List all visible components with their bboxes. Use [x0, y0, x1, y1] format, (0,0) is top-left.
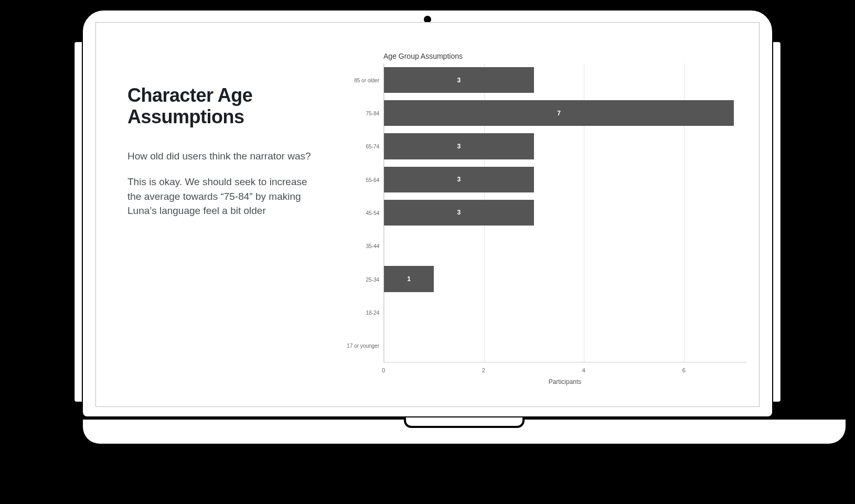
chart-y-tick: 35-44 — [366, 243, 379, 249]
stage: Character Age Assumptions How old did us… — [0, 0, 855, 504]
chart-plot: 373331 — [383, 63, 746, 362]
chart-bar-value: 7 — [557, 110, 561, 117]
chart-x-tick: 4 — [582, 367, 585, 373]
chart-x-tick: 6 — [682, 367, 686, 373]
chart-bar: 3 — [384, 133, 534, 159]
slide-paragraph: How old did users think the narrator was… — [127, 149, 322, 164]
page-edge-left — [74, 42, 82, 402]
chart-x-tick: 2 — [482, 367, 485, 373]
slide-title: Character Age Assumptions — [127, 84, 322, 128]
slide: Character Age Assumptions How old did us… — [96, 23, 759, 406]
touchpad-notch-icon — [404, 417, 525, 428]
chart-bar-value: 3 — [457, 209, 461, 216]
chart-x-label: Participants — [549, 378, 582, 385]
chart-x-axis: Participants 0246 — [383, 366, 746, 391]
chart-column: Age Group Assumptions 85 or older75-8465… — [332, 52, 746, 385]
chart-title: Age Group Assumptions — [332, 52, 746, 60]
chart-y-tick: 65-74 — [366, 144, 379, 149]
page-edge-right — [773, 42, 781, 402]
chart-bar-value: 3 — [457, 176, 461, 183]
chart-y-tick: 18-24 — [366, 310, 379, 316]
chart-x-tick: 0 — [382, 367, 385, 373]
chart-y-tick: 25-34 — [366, 276, 379, 282]
chart-y-axis: 85 or older75-8465-7455-6445-5435-4425-3… — [332, 63, 383, 362]
slide-canvas: Character Age Assumptions How old did us… — [95, 22, 760, 407]
chart-bar: 3 — [384, 167, 534, 192]
chart-bar-value: 3 — [457, 77, 461, 84]
text-column: Character Age Assumptions How old did us… — [127, 52, 332, 385]
chart-bar: 3 — [384, 67, 534, 93]
chart-bar: 1 — [384, 266, 434, 292]
chart-plot-area: 85 or older75-8465-7455-6445-5435-4425-3… — [332, 63, 746, 362]
chart-y-tick: 85 or older — [354, 77, 379, 83]
slide-body: How old did users think the narrator was… — [127, 149, 322, 218]
chart-bar: 7 — [384, 100, 734, 126]
chart-bar: 3 — [384, 200, 534, 226]
chart-bar-value: 1 — [407, 275, 411, 283]
chart-bar-value: 3 — [457, 143, 461, 150]
chart-y-tick: 17 or younger — [347, 343, 379, 349]
laptop-base — [79, 420, 850, 448]
slide-paragraph: This is okay. We should seek to increase… — [127, 175, 322, 218]
laptop-frame: Character Age Assumptions How old did us… — [79, 6, 776, 448]
chart-y-tick: 75-84 — [366, 111, 379, 116]
laptop-screen-frame: Character Age Assumptions How old did us… — [79, 6, 776, 421]
chart-y-tick: 55-64 — [366, 177, 379, 183]
chart-y-tick: 45-54 — [366, 210, 379, 216]
